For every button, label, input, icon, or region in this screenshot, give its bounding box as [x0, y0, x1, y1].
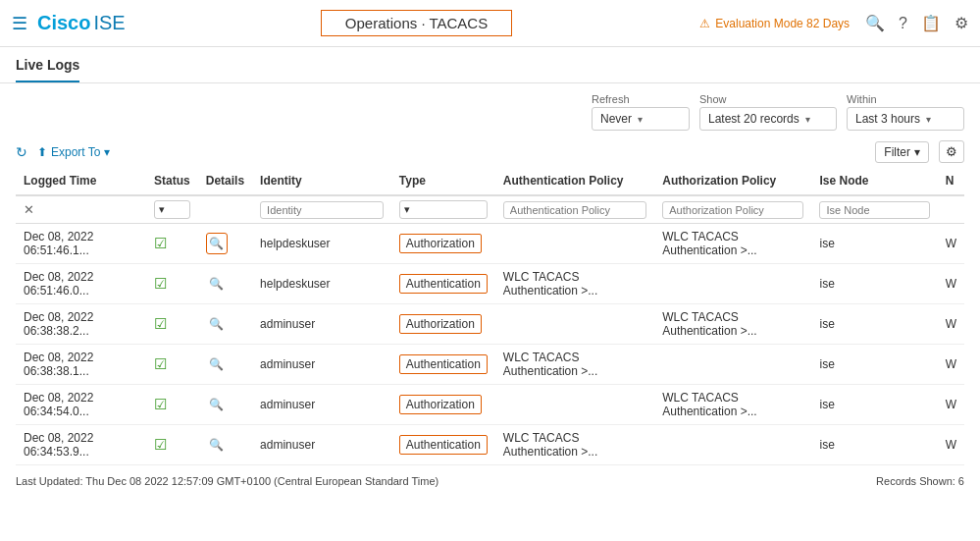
table-settings-button[interactable]: ⚙ — [939, 140, 964, 163]
authz-policy-cell — [654, 345, 811, 385]
within-select[interactable]: Last 3 hours ▾ — [847, 107, 964, 131]
refresh-control: Refresh Never ▾ — [592, 93, 690, 131]
ise-node-cell: ise — [811, 345, 937, 385]
last-updated-text: Last Updated: Thu Dec 08 2022 12:57:09 G… — [16, 475, 438, 487]
filter-identity[interactable] — [252, 195, 391, 224]
app-header: ☰ Cisco ISE Operations · TACACS ⚠ Evalua… — [0, 0, 980, 47]
authz-policy-cell: WLC TACACS Authentication >... — [654, 224, 811, 264]
identity-cell: helpdeskuser — [252, 224, 391, 264]
cisco-logo: Cisco ISE — [37, 12, 126, 34]
logged-time-cell: Dec 08, 2022 06:38:38.2... — [16, 304, 146, 345]
settings-icon[interactable]: ⚙ — [954, 14, 968, 32]
page-title: Operations · TACACS — [321, 10, 512, 36]
ise-node-cell: ise — [811, 304, 937, 345]
type-value: Authentication — [399, 435, 488, 455]
details-icon[interactable]: 🔍 — [206, 233, 228, 254]
within-label: Within — [847, 93, 877, 105]
identity-cell: adminuser — [252, 385, 391, 425]
col-logged-time: Logged Time — [16, 167, 146, 195]
notifications-icon[interactable]: 📋 — [921, 14, 941, 32]
log-table: Logged Time Status Details Identity Type… — [16, 167, 964, 465]
show-chevron-icon: ▾ — [805, 114, 810, 125]
status-check-icon: ☑ — [154, 235, 167, 251]
within-chevron-icon: ▾ — [926, 114, 931, 125]
identity-filter-input[interactable] — [260, 201, 384, 219]
within-value: Last 3 hours — [855, 112, 920, 126]
type-cell: Authentication — [391, 345, 495, 385]
details-icon[interactable]: 🔍 — [206, 273, 228, 295]
authz-policy-filter-input[interactable] — [662, 201, 803, 219]
identity-cell: helpdeskuser — [252, 264, 391, 304]
filter-row: ✕ ▾ ▾ — [16, 195, 964, 224]
auth-policy-cell — [495, 224, 654, 264]
show-select[interactable]: Latest 20 records ▾ — [699, 107, 837, 131]
records-shown-text: Records Shown: 6 — [876, 475, 964, 487]
details-cell: 🔍 — [198, 345, 252, 385]
logged-time-cell: Dec 08, 2022 06:34:53.9... — [16, 425, 146, 465]
export-icon: ⬆ — [37, 145, 47, 159]
filter-details — [198, 195, 252, 224]
refresh-value: Never — [600, 112, 632, 126]
table-row: Dec 08, 2022 06:51:46.0... ☑ 🔍 helpdesku… — [16, 264, 964, 304]
col-status: Status — [146, 167, 198, 195]
refresh-chevron-icon: ▾ — [638, 114, 643, 125]
col-authz-policy: Authorization Policy — [654, 167, 811, 195]
type-cell: Authorization — [391, 304, 495, 345]
ise-node-cell: ise — [811, 385, 937, 425]
logged-time-cell: Dec 08, 2022 06:51:46.0... — [16, 264, 146, 304]
log-table-container: Logged Time Status Details Identity Type… — [0, 167, 980, 465]
auth-policy-cell — [495, 385, 654, 425]
filter-auth-policy[interactable] — [495, 195, 654, 224]
details-icon[interactable]: 🔍 — [206, 353, 228, 375]
filter-type: ▾ — [391, 195, 495, 224]
type-cell: Authentication — [391, 264, 495, 304]
details-cell: 🔍 — [198, 264, 252, 304]
table-row: Dec 08, 2022 06:38:38.1... ☑ 🔍 adminuser… — [16, 345, 964, 385]
table-row: Dec 08, 2022 06:51:46.1... ☑ 🔍 helpdesku… — [16, 224, 964, 264]
status-cell: ☑ — [146, 304, 198, 345]
export-button[interactable]: ⬆ Export To ▾ — [37, 145, 110, 159]
filter-authz-policy[interactable] — [654, 195, 811, 224]
authz-policy-cell: WLC TACACS Authentication >... — [654, 385, 811, 425]
details-icon[interactable]: 🔍 — [206, 394, 228, 415]
refresh-button[interactable]: ↻ — [16, 144, 27, 160]
table-footer: Last Updated: Thu Dec 08 2022 12:57:09 G… — [0, 469, 980, 493]
show-control: Show Latest 20 records ▾ — [699, 93, 837, 131]
filter-ise-node[interactable] — [811, 195, 937, 224]
filter-n — [938, 195, 964, 224]
table-row: Dec 08, 2022 06:34:53.9... ☑ 🔍 adminuser… — [16, 425, 964, 465]
details-icon[interactable]: 🔍 — [206, 434, 228, 456]
authz-policy-cell — [654, 264, 811, 304]
auth-policy-filter-input[interactable] — [503, 201, 646, 219]
logged-time-cell: Dec 08, 2022 06:51:46.1... — [16, 224, 146, 264]
within-control: Within Last 3 hours ▾ — [847, 93, 964, 131]
refresh-select[interactable]: Never ▾ — [592, 107, 690, 131]
details-icon[interactable]: 🔍 — [206, 313, 228, 335]
page-title-container: Operations · TACACS — [133, 10, 700, 36]
eval-text: Evaluation Mode 82 Days — [715, 17, 850, 30]
search-icon[interactable]: 🔍 — [865, 14, 885, 32]
filter-button[interactable]: Filter ▾ — [875, 141, 929, 163]
auth-policy-cell — [495, 304, 654, 345]
col-identity: Identity — [252, 167, 391, 195]
type-value: Authorization — [399, 395, 482, 414]
clear-filter-button[interactable]: ✕ — [24, 202, 34, 217]
hamburger-menu-icon[interactable]: ☰ — [12, 13, 27, 34]
refresh-label: Refresh — [592, 93, 630, 105]
type-filter-select[interactable]: ▾ — [399, 200, 488, 219]
type-cell: Authorization — [391, 385, 495, 425]
ise-node-cell: ise — [811, 264, 937, 304]
n-cell: W — [938, 425, 964, 465]
live-logs-tab[interactable]: Live Logs — [16, 57, 79, 82]
status-filter-select[interactable]: ▾ — [154, 200, 190, 219]
type-value: Authentication — [399, 274, 488, 294]
gear-icon: ⚙ — [946, 144, 957, 159]
n-cell: W — [938, 264, 964, 304]
toolbar-row: ↻ ⬆ Export To ▾ Filter ▾ ⚙ — [0, 136, 980, 167]
ise-node-cell: ise — [811, 425, 937, 465]
filter-label: Filter — [884, 145, 910, 159]
help-icon[interactable]: ? — [899, 15, 907, 32]
table-header-row: Logged Time Status Details Identity Type… — [16, 167, 964, 195]
auth-policy-cell: WLC TACACS Authentication >... — [495, 264, 654, 304]
ise-node-filter-input[interactable] — [819, 201, 929, 219]
